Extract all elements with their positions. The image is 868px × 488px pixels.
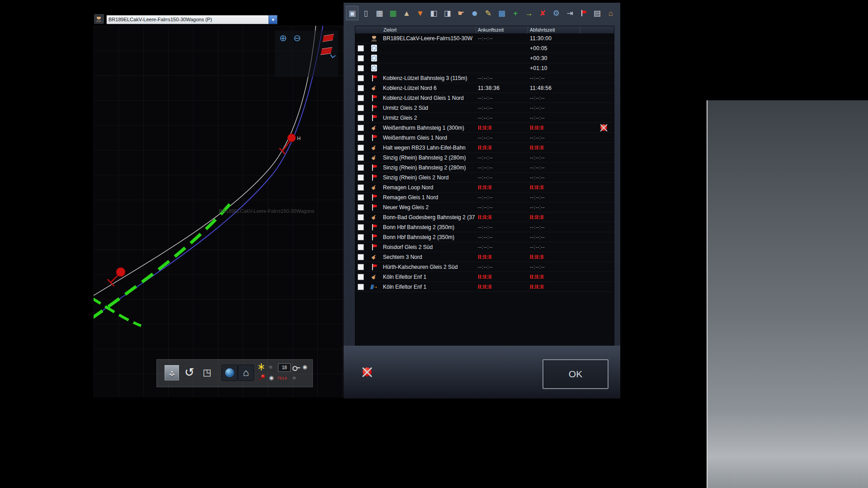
table-row[interactable]: +01:10: [355, 63, 614, 73]
save-button[interactable]: ▣: [346, 6, 359, 20]
table-row[interactable]: Neuer Weg Gleis 2 --:--:-- --:--:--: [355, 202, 614, 212]
row-checkbox[interactable]: [358, 125, 364, 131]
move-up-button[interactable]: ▲: [400, 6, 413, 20]
row-checkbox[interactable]: [358, 254, 364, 260]
grid-button[interactable]: ▦: [373, 6, 386, 20]
table-row[interactable]: Koblenz-Lützel Bahnsteig 3 (115m) --:--:…: [355, 73, 614, 83]
table-row[interactable]: Koblenz-Lützel Nord Gleis 1 Nord --:--:-…: [355, 93, 614, 103]
table-row[interactable]: +00:30: [355, 53, 614, 63]
row-checkbox[interactable]: [358, 145, 364, 151]
table-row[interactable]: Köln Eifeltor Enf 1 II:II:II II:II:II: [355, 282, 614, 292]
table-row[interactable]: ☛ Sinzig (Rhein) Bahnsteig 2 (280m) --:-…: [355, 153, 614, 163]
zoom-out-icon[interactable]: ⊖: [293, 33, 301, 42]
radio-selected-icon[interactable]: ◉: [302, 364, 307, 370]
rotate-button[interactable]: ↺: [182, 365, 197, 380]
row-checkbox[interactable]: [358, 234, 364, 240]
world-view-button[interactable]: [222, 365, 238, 381]
cancel-icon[interactable]: [600, 124, 607, 131]
row-checkbox[interactable]: [358, 65, 364, 71]
row-checkbox[interactable]: [358, 274, 364, 280]
signal-marker-ball[interactable]: [116, 267, 125, 277]
keyboard-icon: ▤: [594, 9, 601, 17]
insert-after-button[interactable]: ◨: [441, 6, 454, 20]
table-row[interactable]: Bonn Hbf Bahnsteig 2 (350m) --:--:-- --:…: [355, 232, 614, 242]
row-checkbox[interactable]: [358, 115, 364, 121]
row-checkbox[interactable]: [358, 174, 364, 181]
row-checkbox[interactable]: [358, 105, 364, 111]
row-checkbox-cell: [355, 212, 366, 222]
train-selector-dropdown[interactable]: BR189ELCakV-Leere-Falrrs150-30Wagons (P)…: [106, 15, 278, 24]
signal-mast-icon[interactable]: [258, 363, 264, 372]
row-checkbox[interactable]: [358, 164, 364, 171]
row-checkbox[interactable]: [358, 155, 364, 161]
red-signal-icon[interactable]: [258, 375, 265, 384]
tiles-button[interactable]: ▩: [495, 6, 508, 20]
signal-head-icon[interactable]: [321, 34, 335, 42]
exit-button[interactable]: ⇥: [564, 6, 576, 20]
table-row[interactable]: Hürth-Kalscheuren Gleis 2 Süd --:--:-- -…: [355, 262, 614, 272]
add-route-button[interactable]: +: [509, 6, 522, 20]
row-checkbox[interactable]: [358, 264, 364, 270]
grid-green-button[interactable]: ▦: [387, 6, 399, 20]
table-row[interactable]: Urmitz Gleis 2 --:--:-- --:--:--: [355, 113, 614, 123]
contacts-button[interactable]: ☻: [468, 6, 481, 20]
row-checkbox[interactable]: [358, 75, 364, 81]
cancel-route-button[interactable]: ✘: [536, 6, 549, 20]
table-row[interactable]: ☛ Remagen Loop Nord II:II:II II:II:II: [355, 183, 614, 192]
table-row[interactable]: ☛ Köln Eifeltor Enf 1 II:II:II II:II:II: [355, 272, 614, 282]
row-checkbox[interactable]: [358, 135, 364, 141]
ok-button[interactable]: OK: [542, 359, 609, 389]
follow-route-button[interactable]: →: [523, 6, 535, 20]
radio-option-icon[interactable]: ○: [292, 375, 296, 380]
table-row[interactable]: BR189ELCakV-Leere-Falrrs150-30W --:--:--…: [355, 33, 614, 43]
table-row[interactable]: ☛ Koblenz-Lützel Nord 6 11:38:36 11:48:5…: [355, 83, 614, 93]
table-row[interactable]: Remagen Gleis 1 Nord --:--:-- --:--:--: [355, 192, 614, 202]
row-checkbox[interactable]: [358, 184, 364, 191]
table-row[interactable]: +00:05: [355, 43, 614, 53]
table-row[interactable]: ☛ Bonn-Bad Godesberg Bahnsteig 2 (37 II:…: [355, 212, 614, 222]
block-value-box[interactable]: 18: [278, 363, 291, 372]
row-checkbox[interactable]: [358, 95, 364, 101]
radio-selected-icon[interactable]: ◉: [269, 375, 274, 380]
row-checkbox[interactable]: [358, 284, 364, 290]
destination-label: Urmitz Gleis 2 Süd: [382, 103, 476, 113]
arrival-time: --:--:--: [476, 262, 528, 272]
row-checkbox[interactable]: [358, 214, 364, 221]
row-checkbox[interactable]: [358, 85, 364, 91]
schedule-settings-button[interactable]: ⚙: [550, 6, 562, 20]
table-row[interactable]: Weißenthurm Gleis 1 Nord --:--:-- --:--:…: [355, 133, 614, 143]
flag-button[interactable]: [577, 6, 590, 20]
row-checkbox[interactable]: [358, 224, 364, 230]
row-checkbox[interactable]: [358, 194, 364, 201]
table-row[interactable]: Roisdorf Gleis 2 Süd --:--:-- --:--:--: [355, 242, 614, 252]
row-checkbox[interactable]: [358, 55, 364, 61]
home-view-button[interactable]: ⌂: [238, 365, 254, 381]
pointer-hand-button[interactable]: ☛: [455, 6, 467, 20]
chevron-down-icon[interactable]: ▼: [269, 15, 277, 24]
shift-view-button[interactable]: ◳: [199, 365, 215, 380]
table-row[interactable]: ☛ Sechtem 3 Nord II:II:II II:II:II: [355, 252, 614, 262]
pan-button[interactable]: ↔↕: [164, 365, 179, 381]
insert-before-button[interactable]: ◧: [428, 6, 440, 20]
keyboard-button[interactable]: ▤: [591, 6, 604, 20]
signal-marker-ball[interactable]: [288, 134, 296, 142]
radio-option-icon[interactable]: ○: [269, 364, 272, 370]
table-row[interactable]: ☛ Weißenthurm Bahnsteig 1 (300m) II:II:I…: [355, 123, 614, 133]
table-row[interactable]: Sinzig (Rhein) Bahnsteig 2 (280m) --:--:…: [355, 163, 614, 173]
depot-button[interactable]: ⌂: [604, 6, 617, 20]
edit-schedule-button[interactable]: ✎: [482, 6, 495, 20]
table-row[interactable]: ☛ Halt wegen RB23 Lahn-Eifel-Bahn II:II:…: [355, 143, 614, 153]
row-checkbox[interactable]: [358, 45, 364, 52]
row-checkbox[interactable]: [358, 204, 364, 211]
cancel-icon[interactable]: [363, 367, 372, 376]
table-row[interactable]: Urmitz Gleis 2 Süd --:--:-- --:--:--: [355, 103, 614, 113]
key-icon[interactable]: [292, 364, 300, 372]
flag-icon: [371, 115, 377, 121]
route-map[interactable]: H BR189ELCakV-Leere-Falrrs150-30Wagons ⊕…: [94, 26, 344, 398]
row-checkbox[interactable]: [358, 244, 364, 250]
zoom-in-icon[interactable]: ⊕: [279, 33, 287, 42]
delete-button[interactable]: ▯: [359, 6, 372, 20]
table-row[interactable]: Sinzig (Rhein) Gleis 2 Nord --:--:-- --:…: [355, 173, 614, 183]
move-down-button[interactable]: ▼: [414, 6, 426, 20]
table-row[interactable]: Bonn Hbf Bahnsteig 2 (350m) --:--:-- --:…: [355, 222, 614, 232]
